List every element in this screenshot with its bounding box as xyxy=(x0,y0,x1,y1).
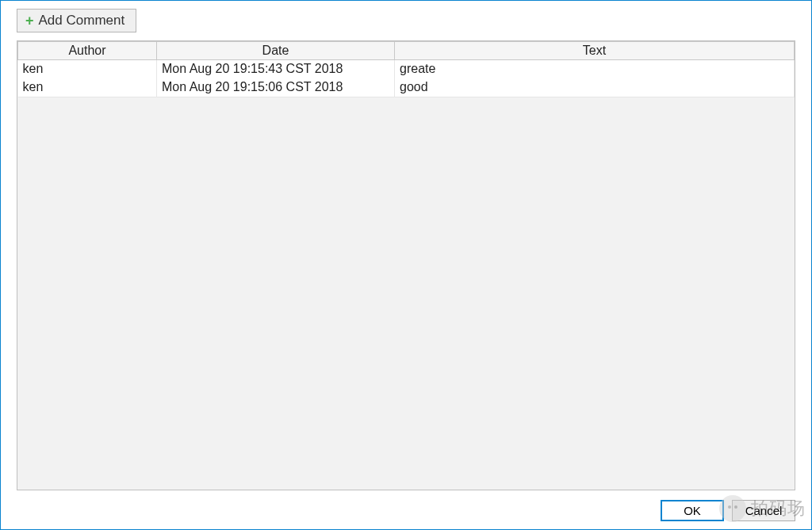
col-header-author[interactable]: Author xyxy=(18,42,157,60)
col-header-text[interactable]: Text xyxy=(395,42,795,60)
comments-table[interactable]: Author Date Text ken Mon Aug 20 19:15:43… xyxy=(17,41,795,97)
toolbar: + Add Comment xyxy=(9,6,803,40)
cell-text: greate xyxy=(395,60,795,78)
ok-button[interactable]: OK xyxy=(661,500,724,521)
table-row[interactable]: ken Mon Aug 20 19:15:43 CST 2018 greate xyxy=(18,60,795,78)
plus-icon: + xyxy=(25,13,34,28)
table-row[interactable]: ken Mon Aug 20 19:15:06 CST 2018 good xyxy=(18,78,795,97)
add-comment-button[interactable]: + Add Comment xyxy=(17,9,136,32)
dialog-footer: OK Cancel xyxy=(9,490,803,521)
col-header-date[interactable]: Date xyxy=(157,42,395,60)
cell-author: ken xyxy=(18,60,157,78)
cell-date: Mon Aug 20 19:15:06 CST 2018 xyxy=(157,78,395,97)
cell-author: ken xyxy=(18,78,157,97)
cell-date: Mon Aug 20 19:15:43 CST 2018 xyxy=(157,60,395,78)
table-empty-area xyxy=(17,97,795,490)
cancel-button[interactable]: Cancel xyxy=(732,500,795,521)
comments-table-container: Author Date Text ken Mon Aug 20 19:15:43… xyxy=(17,40,795,490)
cell-text: good xyxy=(395,78,795,97)
comments-dialog: + Add Comment Author Date Text ken Mon A… xyxy=(0,0,812,530)
add-comment-label: Add Comment xyxy=(39,13,125,29)
